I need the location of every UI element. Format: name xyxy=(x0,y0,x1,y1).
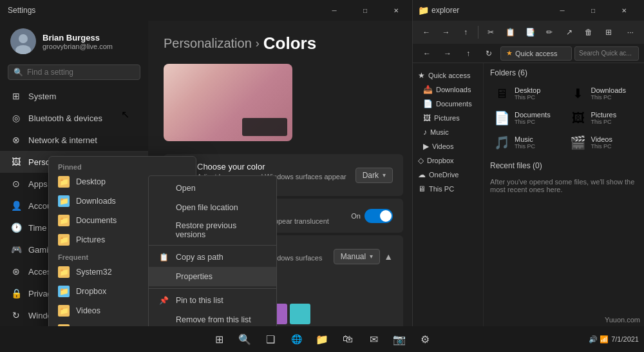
chevron-down-icon: ▾ xyxy=(383,171,386,179)
system-icon: ⊞ xyxy=(10,90,22,102)
folder-item-documents[interactable]: 📄 Documents This PC xyxy=(489,107,563,129)
folder-location: This PC xyxy=(515,94,540,101)
music-icon: ♪ xyxy=(423,128,427,137)
store-button[interactable]: 🛍 xyxy=(336,328,359,351)
dropbox-icon: ◇ xyxy=(418,156,424,165)
exp-nav-documents[interactable]: 📄 Documents xyxy=(413,97,483,111)
exp-nav-quick-access[interactable]: ★ Quick access xyxy=(413,68,483,83)
delete-button[interactable]: 🗑 xyxy=(580,24,597,41)
sidebar-item-network[interactable]: ⊗ Network & internet xyxy=(0,129,148,151)
edge-button[interactable]: 🌐 xyxy=(285,328,308,351)
recent-swatch-4[interactable] xyxy=(290,304,310,324)
ctx-submenu-open[interactable]: Open xyxy=(149,179,276,198)
remove-icon xyxy=(158,314,169,326)
system-tray: 🔊 📶 xyxy=(589,335,609,344)
folder-item-pictures[interactable]: 🖼 Pictures This PC xyxy=(565,107,639,129)
ctx-submenu-restore[interactable]: Restore previous versions xyxy=(149,217,276,243)
paste-button[interactable]: 📑 xyxy=(522,24,538,41)
folder-info: Desktop This PC xyxy=(515,86,540,101)
back-button[interactable]: ← xyxy=(418,24,435,41)
file-explorer-taskbar-button[interactable]: 📁 xyxy=(310,328,334,351)
mail-button[interactable]: ✉ xyxy=(362,328,385,351)
folder-item-music[interactable]: 🎵 Music This PC xyxy=(489,132,563,153)
view-button[interactable]: ⊞ xyxy=(600,24,616,41)
exp-nav-downloads[interactable]: 📥 Downloads xyxy=(413,83,483,97)
profile-info: Brian Burgess groovybrian@live.com xyxy=(43,33,113,50)
task-view-button[interactable]: ❑ xyxy=(259,328,282,351)
up-button[interactable]: ↑ xyxy=(457,24,474,41)
close-button[interactable]: ✕ xyxy=(381,0,411,21)
accounts-icon: 👤 xyxy=(10,200,22,211)
addr-up-button[interactable]: ↑ xyxy=(459,45,477,62)
folder-location: This PC xyxy=(591,143,612,150)
chevron-down-icon: ▾ xyxy=(370,253,373,260)
share-button[interactable]: ↗ xyxy=(561,24,578,41)
wallpaper-preview[interactable] xyxy=(164,64,292,141)
ctx-submenu-copy-path[interactable]: 📋 Copy as path xyxy=(149,248,276,267)
addr-back-button[interactable]: ← xyxy=(418,45,436,62)
folder-icon: 🖥 xyxy=(493,86,511,101)
personalization-icon: 🖼 xyxy=(10,156,22,168)
svg-point-1 xyxy=(19,34,28,43)
exp-nav-this-pc[interactable]: 🖥 This PC xyxy=(413,182,483,196)
photos-button[interactable]: 📷 xyxy=(388,328,411,351)
downloads-folder-icon: 📁 xyxy=(58,195,70,207)
pictures-folder-icon: 📁 xyxy=(58,234,70,246)
exp-nav-onedrive[interactable]: ☁ OneDrive xyxy=(413,168,483,182)
address-bar[interactable]: ★ Quick access xyxy=(500,46,572,61)
minimize-button[interactable]: ─ xyxy=(319,0,349,21)
exp-nav-music[interactable]: ♪ Music xyxy=(413,125,483,139)
recent-header: Recent files (0) xyxy=(489,161,639,170)
explorer-close[interactable]: ✕ xyxy=(609,0,639,21)
choose-color-dropdown[interactable]: Dark ▾ xyxy=(355,168,393,183)
documents-icon: 📄 xyxy=(423,99,433,108)
folder-item-videos[interactable]: 🎬 Videos This PC xyxy=(565,132,639,153)
breadcrumb-parent: Personalization xyxy=(164,36,252,51)
profile-email: groovybrian@live.com xyxy=(43,43,113,50)
addr-forward-button[interactable]: → xyxy=(439,45,457,62)
videos-icon: ▶ xyxy=(423,142,429,151)
search-input[interactable] xyxy=(27,68,135,77)
update-icon: ↻ xyxy=(10,309,22,321)
exp-nav-pictures[interactable]: 🖼 Pictures xyxy=(413,111,483,125)
search-button[interactable]: 🔍 xyxy=(233,328,256,351)
addr-refresh-button[interactable]: ↻ xyxy=(480,45,498,62)
search-icon: 🔍 xyxy=(14,68,23,77)
more-button[interactable]: ··· xyxy=(622,24,639,41)
settings-taskbar-button[interactable]: ⚙ xyxy=(413,328,437,351)
exp-nav-videos[interactable]: ▶ Videos xyxy=(413,139,483,153)
folder-item-downloads[interactable]: ⬇ Downloads This PC xyxy=(565,83,639,104)
folder-name: Pictures xyxy=(591,111,617,119)
cut-button[interactable]: ✂ xyxy=(482,24,499,41)
ctx-submenu-pin[interactable]: 📌 Pin to this list xyxy=(149,291,276,310)
accent-expand-icon[interactable]: ▲ xyxy=(384,251,393,262)
folder-location: This PC xyxy=(591,119,617,125)
search-placeholder: Search Quick ac... xyxy=(579,50,632,57)
copy-button[interactable]: 📋 xyxy=(502,24,518,41)
ctx-submenu-open-location[interactable]: Open file location xyxy=(149,198,276,217)
explorer-minimize[interactable]: ─ xyxy=(547,0,577,21)
explorer-maximize[interactable]: □ xyxy=(578,0,608,21)
sidebar-item-system[interactable]: ⊞ System xyxy=(0,85,148,107)
explorer-main: Folders (6) 🖥 Desktop This PC ⬇ Download… xyxy=(484,63,644,352)
start-button[interactable]: ⊞ xyxy=(207,328,231,351)
recent-empty-text: After you've opened some files, we'll sh… xyxy=(489,175,639,196)
system32-folder-icon: 📁 xyxy=(58,266,70,278)
settings-search-box[interactable]: 🔍 xyxy=(8,64,140,80)
this-pc-icon: 🖥 xyxy=(418,184,426,193)
quick-access-icon: ★ xyxy=(418,71,425,80)
apps-icon: ⊙ xyxy=(10,178,22,190)
exp-nav-dropbox[interactable]: ◇ Dropbox xyxy=(413,153,483,168)
submenu-separator xyxy=(149,245,276,246)
transparency-toggle[interactable] xyxy=(365,209,393,223)
maximize-button[interactable]: □ xyxy=(350,0,380,21)
forward-button[interactable]: → xyxy=(437,24,454,41)
folder-item-desktop[interactable]: 🖥 Desktop This PC xyxy=(489,83,563,104)
ctx-submenu-properties[interactable]: Properties xyxy=(149,267,276,286)
transparency-value: On xyxy=(351,212,361,220)
rename-button[interactable]: ✏ xyxy=(541,24,558,41)
explorer-search[interactable]: Search Quick ac... xyxy=(574,46,639,61)
dropbox-folder-icon: 📁 xyxy=(58,286,70,297)
address-text: Quick access xyxy=(515,50,557,57)
accent-dropdown[interactable]: Manual ▾ xyxy=(334,249,380,264)
